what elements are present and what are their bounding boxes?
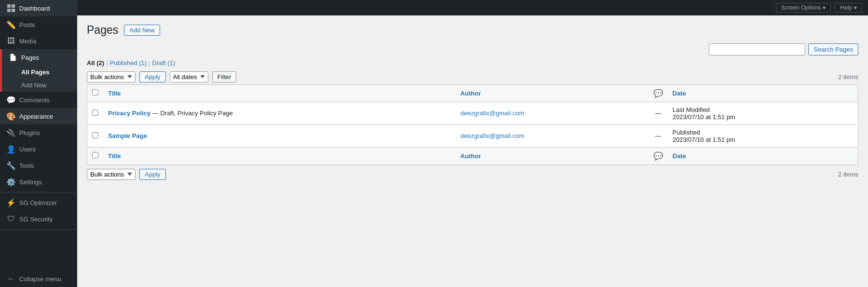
filter-published[interactable]: Published (1) [110,59,147,67]
filter-draft[interactable]: Draft (1) [152,59,176,67]
users-icon: 👤 [7,145,15,153]
content-wrapper: Pages Add New Search Pages All (2) | Pub… [87,23,858,180]
table-footer-row: Title Author 💬 Date [87,147,858,164]
tools-icon: 🔧 [7,161,15,170]
comments-col-footer: 💬 [649,147,668,164]
submenu-all-pages[interactable]: All Pages [2,66,77,79]
filter-sep-2: | [149,59,150,67]
row1-author-cell: deezgrafix@gmail.com [456,102,649,124]
sidebar-item-tools[interactable]: 🔧 Tools [0,157,77,174]
title-col-footer[interactable]: Title [103,147,456,164]
row1-date-status: Last Modified [673,106,853,113]
pages-submenu: All Pages Add New [0,66,77,92]
sg-optimizer-icon: ⚡ [7,198,15,207]
select-all-footer-checkbox[interactable] [92,152,98,158]
sidebar-label-comments: Comments [19,96,50,104]
sidebar-label-dashboard: Dashboard [19,5,50,12]
row2-author-cell: deezgrafix@gmail.com [456,124,649,147]
sidebar-item-sg-optimizer[interactable]: ⚡ SG Optimizer [0,194,77,211]
select-all-footer [87,147,104,164]
sidebar-label-pages: Pages [21,54,39,61]
screen-options-button[interactable]: Screen Options ▾ [776,3,831,13]
comments-icon: 💬 [7,96,15,104]
pages-table-body: Privacy Policy — Draft, Privacy Policy P… [87,102,858,164]
date-column-header[interactable]: Date [668,84,858,102]
row1-checkbox[interactable] [92,109,98,116]
plugins-icon: 🔌 [7,128,15,137]
sidebar-collapse-label: Collapse menu [19,275,61,283]
row1-comments-cell: — [649,102,668,124]
sidebar-item-users[interactable]: 👤 Users [0,141,77,157]
row2-author-link[interactable]: deezgrafix@gmail.com [461,132,524,139]
help-chevron: ▾ [854,4,857,11]
filter-button[interactable]: Filter [212,71,237,82]
row2-date-value: 2023/07/10 at 1:51 pm [673,136,853,143]
select-all-header [87,84,104,102]
svg-rect-1 [12,4,15,8]
row2-comments-cell: — [649,124,668,147]
select-all-checkbox[interactable] [92,89,98,96]
apply-button-top[interactable]: Apply [139,71,166,82]
row2-checkbox-cell [87,124,104,147]
dashboard-icon [7,4,15,13]
sidebar-item-media[interactable]: 🖼 Media [0,33,77,49]
appearance-icon: 🎨 [7,112,15,121]
bulk-actions-select-top[interactable]: Bulk actions [87,71,136,82]
pages-table: Title Author 💬 Date [87,84,858,165]
date-col-footer[interactable]: Date [668,147,858,164]
sidebar-item-sg-security[interactable]: 🛡 SG Security [0,211,77,227]
sidebar-label-settings: Settings [19,178,42,186]
topbar: Screen Options ▾ Help ▾ [77,0,868,15]
sidebar-item-settings[interactable]: ⚙️ Settings [0,174,77,190]
bulk-actions-select-bottom[interactable]: Bulk actions [87,169,136,180]
search-input[interactable] [709,43,805,55]
dates-select[interactable]: All dates [170,71,208,82]
sidebar-label-plugins: Plugins [19,129,40,137]
row2-page-link[interactable]: Sample Page [108,132,147,139]
row1-title-cell: Privacy Policy — Draft, Privacy Policy P… [103,102,456,124]
screen-options-chevron: ▾ [823,4,826,11]
filter-sep-1: | [106,59,108,67]
sidebar-item-dashboard[interactable]: Dashboard [0,0,77,16]
search-pages-button[interactable]: Search Pages [808,43,858,55]
item-count-top: 2 items [838,73,858,81]
row1-author-link[interactable]: deezgrafix@gmail.com [461,109,524,117]
content: Pages Add New Search Pages All (2) | Pub… [77,15,868,287]
apply-button-bottom[interactable]: Apply [139,169,166,180]
table-row: Privacy Policy — Draft, Privacy Policy P… [87,102,858,124]
sidebar-divider [0,192,77,192]
sidebar: Dashboard ✏️ Posts 🖼 Media Pages All Pag… [0,0,77,287]
sidebar-divider-2 [0,229,77,230]
svg-rect-3 [12,9,15,12]
sidebar-label-tools: Tools [19,162,34,169]
sidebar-item-comments[interactable]: 💬 Comments [0,92,77,108]
sidebar-label-posts: Posts [19,21,35,28]
sidebar-item-pages[interactable]: Pages [0,49,77,66]
help-label: Help [840,4,852,11]
row2-title-cell: Sample Page [103,124,456,147]
row1-checkbox-cell [87,102,104,124]
bottom-toolbar: Bulk actions Apply 2 items [87,169,858,180]
page-title: Pages [87,23,118,38]
svg-rect-0 [7,4,11,8]
top-toolbar: Bulk actions Apply All dates Filter 2 it… [87,71,858,82]
sg-security-icon: 🛡 [7,215,15,223]
search-area: Search Pages [87,43,858,55]
filter-links: All (2) | Published (1) | Draft (1) [87,59,858,67]
collapse-icon: ← [7,274,15,283]
screen-options-label: Screen Options [781,4,821,11]
sidebar-collapse[interactable]: ← Collapse menu [0,271,77,287]
sidebar-item-plugins[interactable]: 🔌 Plugins [0,124,77,141]
row1-page-link[interactable]: Privacy Policy [108,109,150,117]
sidebar-item-posts[interactable]: ✏️ Posts [0,16,77,33]
row2-checkbox[interactable] [92,132,98,138]
add-new-button[interactable]: Add New [124,25,160,36]
help-button[interactable]: Help ▾ [835,3,862,13]
media-icon: 🖼 [7,37,15,45]
sidebar-item-appearance[interactable]: 🎨 Appearance [0,108,77,124]
title-column-header[interactable]: Title [103,84,456,102]
submenu-add-new[interactable]: Add New [2,79,77,92]
filter-all[interactable]: All (2) [87,59,104,67]
main-area: Screen Options ▾ Help ▾ Pages Add New Se… [77,0,868,287]
row2-date-cell: Published 2023/07/10 at 1:51 pm [668,124,858,147]
